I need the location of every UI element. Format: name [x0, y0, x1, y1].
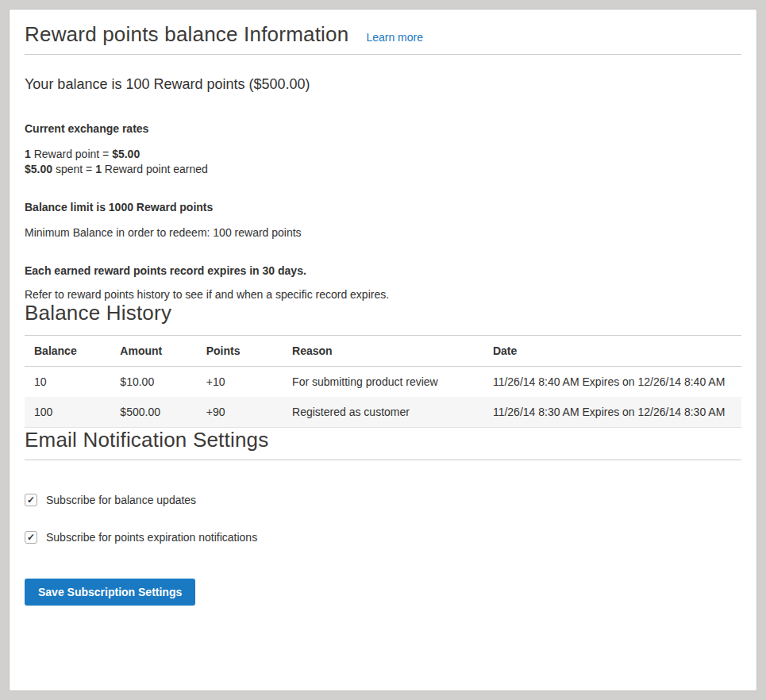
cell-amount: $10.00	[110, 367, 196, 398]
column-header-amount: Amount	[110, 336, 196, 367]
rate-amount-value: $5.00	[112, 148, 140, 160]
balance-history-table: Balance Amount Points Reason Date 10 $10…	[25, 335, 741, 428]
expiration-rule-text: Each earned reward points record expires…	[25, 264, 741, 277]
cell-points: +10	[197, 367, 283, 398]
subscribe-balance-checkbox[interactable]: ✓	[25, 494, 37, 506]
table-header: Balance Amount Points Reason Date	[25, 336, 741, 367]
balance-history-title: Balance History	[25, 301, 741, 325]
exchange-rates-block: 1 Reward point = $5.00 $5.00 spent = 1 R…	[25, 147, 741, 177]
rate-label: Reward point =	[31, 148, 112, 160]
learn-more-link[interactable]: Learn more	[366, 31, 423, 44]
rate-points-value: 1	[25, 148, 31, 160]
subscribe-balance-label[interactable]: Subscribe for balance updates	[46, 494, 196, 506]
column-header-date: Date	[483, 336, 741, 367]
earned-points-value: 1	[95, 163, 102, 175]
earned-label: Reward point earned	[102, 163, 208, 175]
rate-currency-to-point: $5.00 spent = 1 Reward point earned	[25, 162, 741, 177]
table-row: 100 $500.00 +90 Registered as customer 1…	[25, 397, 741, 428]
column-header-balance: Balance	[25, 336, 110, 367]
balance-summary: Your balance is 100 Reward points ($500.…	[25, 76, 741, 93]
checkmark-icon: ✓	[27, 495, 35, 505]
cell-reason: For submitting product review	[283, 367, 483, 398]
spent-label: spent =	[52, 163, 95, 175]
cell-date: 11/26/14 8:40 AM Expires on 12/26/14 8:4…	[483, 367, 741, 398]
expiration-note-text: Refer to reward points history to see if…	[25, 288, 741, 301]
header-divider	[25, 54, 741, 55]
minimum-balance-text: Minimum Balance in order to redeem: 100 …	[25, 226, 741, 239]
cell-points: +90	[197, 397, 283, 428]
subscribe-balance-row: ✓ Subscribe for balance updates	[25, 494, 741, 506]
subscribe-expiration-row: ✓ Subscribe for points expiration notifi…	[25, 531, 741, 544]
cell-reason: Registered as customer	[283, 397, 483, 428]
exchange-rates-heading: Current exchange rates	[25, 122, 741, 135]
checkmark-icon: ✓	[27, 533, 35, 542]
cell-balance: 100	[25, 397, 110, 428]
cell-date: 11/26/14 8:30 AM Expires on 12/26/14 8:3…	[483, 397, 741, 428]
email-settings-title: Email Notification Settings	[25, 428, 741, 452]
column-header-points: Points	[197, 336, 283, 367]
table-header-row: Balance Amount Points Reason Date	[25, 336, 741, 367]
cell-amount: $500.00	[110, 397, 196, 428]
cell-balance: 10	[25, 367, 110, 398]
column-header-reason: Reason	[283, 336, 483, 367]
table-body: 10 $10.00 +10 For submitting product rev…	[25, 367, 741, 428]
reward-points-panel: Reward points balance Information Learn …	[9, 9, 757, 691]
balance-limit-text: Balance limit is 1000 Reward points	[25, 201, 741, 213]
email-settings-divider	[25, 460, 741, 460]
subscribe-expiration-checkbox[interactable]: ✓	[25, 531, 37, 544]
rate-point-to-currency: 1 Reward point = $5.00	[25, 147, 741, 162]
spent-amount-value: $5.00	[25, 163, 52, 175]
page-title: Reward points balance Information	[25, 22, 348, 47]
table-row: 10 $10.00 +10 For submitting product rev…	[25, 367, 741, 398]
page-header: Reward points balance Information Learn …	[25, 20, 741, 47]
subscribe-expiration-label[interactable]: Subscribe for points expiration notifica…	[46, 531, 257, 544]
save-subscription-settings-button[interactable]: Save Subscription Settings	[25, 579, 195, 606]
